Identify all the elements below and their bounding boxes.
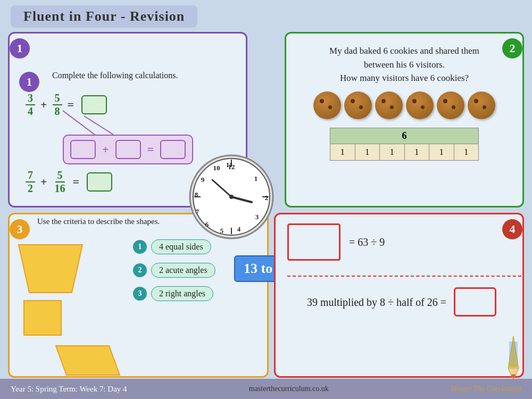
num-circle-1: 1: [10, 38, 30, 59]
criteria-item-1: 1 4 equal sides: [133, 239, 215, 254]
footer-left: Year 5: Spring Term: Week 7: Day 4: [11, 385, 127, 394]
svg-text:1: 1: [254, 174, 258, 182]
svg-text:5: 5: [220, 227, 224, 235]
equation2-text: 39 multiplied by 8 ÷ half of 26 =: [307, 294, 446, 311]
criteria-list: 1 4 equal sides 2 2 acute angles 3 2 rig…: [133, 239, 215, 310]
section2-text: My dad baked 6 cookies and shared them b…: [319, 44, 490, 85]
pencil-decoration: [503, 336, 524, 379]
svg-text:8: 8: [195, 190, 198, 198]
svg-marker-23: [19, 245, 82, 293]
dashed-divider: [287, 276, 521, 277]
clock: 12 1 2 3 4 5 6 7 8 9 10 11: [189, 154, 274, 239]
svg-marker-28: [511, 375, 516, 379]
fraction-eq1: 3 4 + 5 8 =: [26, 92, 107, 118]
frac2: 5 8: [53, 92, 62, 118]
frac4: 5 16: [53, 169, 68, 195]
cookie-3: [375, 92, 403, 119]
svg-text:7: 7: [196, 207, 200, 215]
cookie-5: [437, 92, 464, 119]
cookie-2: [344, 92, 372, 119]
svg-rect-24: [24, 301, 61, 335]
cookie-4: [406, 92, 434, 119]
criteria-text-1: 4 equal sides: [151, 239, 211, 254]
conv2[interactable]: [115, 140, 141, 159]
division-table: 6 1 1 1 1 1 1: [330, 128, 479, 161]
frac3: 7 2: [26, 169, 35, 195]
criteria-text-3: 2 right angles: [151, 286, 213, 301]
section2-container: My dad baked 6 cookies and shared them b…: [285, 32, 524, 207]
cookie-6: [468, 92, 495, 119]
plus1: +: [40, 98, 47, 111]
svg-text:3: 3: [255, 213, 259, 221]
answer2[interactable]: [87, 172, 112, 192]
svg-marker-25: [56, 346, 120, 375]
conv3[interactable]: [160, 140, 186, 159]
criteria-item-3: 3 2 right angles: [133, 286, 215, 301]
conv1[interactable]: [70, 140, 96, 159]
cookie-1: [313, 92, 341, 119]
svg-text:4: 4: [237, 225, 241, 233]
section4-top: = 63 ÷ 9: [287, 223, 516, 261]
cookies-row: [313, 92, 495, 119]
section3-label: Use the criteria to describe the shapes.: [37, 217, 160, 226]
frac1: 3 4: [26, 92, 35, 118]
svg-line-1: [84, 116, 113, 135]
svg-text:9: 9: [201, 176, 205, 184]
section4-bottom: 39 multiplied by 8 ÷ half of 26 =: [285, 287, 519, 317]
svg-text:11: 11: [226, 161, 232, 169]
footer-center: masterthecurriculum.co.uk: [249, 385, 329, 393]
num-circle-2: 2: [502, 38, 522, 59]
section1-label: Complete the following calculations.: [52, 71, 178, 80]
section1-number: 1: [19, 72, 39, 92]
svg-text:2: 2: [265, 194, 269, 202]
criteria-item-2: 2 2 acute angles: [133, 263, 215, 278]
num-circle-3: 3: [10, 219, 30, 239]
footer-right: Master The Curriculum: [451, 385, 521, 393]
conversion-row: + =: [63, 135, 193, 164]
fraction-eq2: 7 2 + 5 16 =: [26, 169, 112, 195]
page-title: Fluent in Four - Revision: [11, 5, 197, 28]
svg-text:10: 10: [213, 164, 220, 172]
svg-text:6: 6: [205, 220, 209, 228]
svg-marker-27: [508, 368, 519, 375]
answer1[interactable]: [81, 95, 107, 114]
answer-rect-2[interactable]: [454, 287, 496, 317]
footer: Year 5: Spring Term: Week 7: Day 4 maste…: [0, 379, 532, 399]
criteria-text-2: 2 acute angles: [151, 263, 215, 278]
equation1-text: = 63 ÷ 9: [349, 236, 385, 248]
answer-rect-1[interactable]: [287, 223, 340, 261]
shapes-svg: [13, 239, 130, 378]
